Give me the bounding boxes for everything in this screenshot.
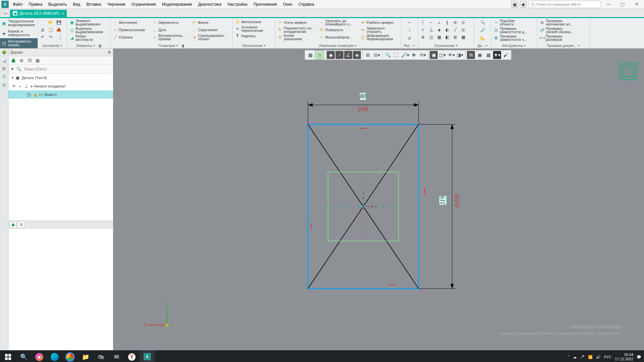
vb-snap1[interactable]: ◆ <box>327 51 335 59</box>
vb-normal-to[interactable]: ◳ <box>315 51 324 59</box>
c-fix-icon[interactable]: ⚓ <box>427 26 435 34</box>
fillet-button[interactable]: ◟Скругление <box>191 27 229 33</box>
doc-tab-close[interactable]: × <box>62 11 64 16</box>
autoaxis-button[interactable]: ⚡Автоосевая <box>234 19 274 25</box>
dim-horizontal[interactable]: 80 <box>360 93 366 100</box>
undo-icon[interactable]: ↶ <box>39 34 46 41</box>
mode-wireframe[interactable]: ◈Каркас и поверхности <box>0 28 38 38</box>
close-button[interactable]: ✕ <box>631 1 643 8</box>
menu-diagnostics[interactable]: Диагностика <box>196 1 224 8</box>
dim-vertical[interactable]: 119 <box>439 196 446 205</box>
vb-snap2[interactable]: ⟋ <box>335 51 343 59</box>
lb-tree-icon[interactable]: 🌳 <box>1 49 7 56</box>
mirror-button[interactable]: ⇋Зеркально отразить <box>359 26 400 34</box>
cut-extrude-button[interactable]: ◫Вырезать выдавливанием <box>68 26 109 34</box>
tree-grid-icon[interactable]: ▦ <box>35 57 41 63</box>
vb-show[interactable]: 👁▾ <box>447 51 455 59</box>
export-icon[interactable]: 📤 <box>55 26 62 34</box>
task-store[interactable]: 🛍 <box>93 350 109 362</box>
vb-part[interactable]: ▣ <box>476 51 484 59</box>
tree-expand-icon[interactable]: ⊞ <box>18 57 24 63</box>
extend-button[interactable]: ↔Удлинить до ближайшего о... <box>318 19 358 26</box>
start-button[interactable] <box>0 350 16 362</box>
menu-window[interactable]: Окно <box>280 1 295 8</box>
chamfer-button[interactable]: ◸Фаска <box>191 19 229 25</box>
copy-pick-button[interactable]: ⎘Копия указанием <box>276 34 317 41</box>
closed-check-d-button[interactable]: ⊡Проверка замкнутости д... <box>492 26 536 34</box>
deform-button[interactable]: ◫Деформация перемещением <box>359 34 400 41</box>
c-r4-icon[interactable]: ◧ <box>443 34 451 41</box>
redo-icon[interactable]: ↷ <box>47 34 54 41</box>
open-doc-icon[interactable]: 📂 <box>47 19 54 26</box>
split-tree-icon[interactable]: 🌲 <box>10 221 16 228</box>
c-r2-icon[interactable]: ◫ <box>427 34 435 41</box>
menu-help[interactable]: Справка <box>296 1 317 8</box>
tree-mode-icon[interactable]: 🌲 <box>10 57 16 63</box>
new-doc-icon[interactable]: 📄 <box>39 19 46 26</box>
task-browser-yandex[interactable]: ● <box>32 350 47 362</box>
camera-icon[interactable]: ◉ <box>520 1 527 8</box>
menu-edit[interactable]: Правка <box>26 1 45 8</box>
c-midp-icon[interactable]: ◐ <box>443 26 451 34</box>
vb-snap4[interactable]: ◈ <box>353 51 361 59</box>
rectangle-button[interactable]: ▭Прямоугольник <box>111 27 150 33</box>
minimize-button[interactable]: — <box>602 1 614 8</box>
c-sym-icon[interactable]: ◈ <box>435 26 443 34</box>
mode-solid[interactable]: ▣Твердотельное моделирование <box>0 18 38 28</box>
task-chrome[interactable] <box>62 350 78 362</box>
c-vert-icon[interactable]: │ <box>419 19 427 26</box>
autoline-button[interactable]: ⟋Автолиния <box>111 19 150 25</box>
overlap-check-button[interactable]: ⧉Проверка наложения эл... <box>538 19 589 26</box>
c-r6-icon[interactable]: ▩ <box>460 34 467 41</box>
arc-button[interactable]: ◡Дуга <box>151 27 190 33</box>
menu-select[interactable]: Выделить <box>46 1 69 8</box>
virtual-intersect-button[interactable]: ✕Условное пересечение <box>234 25 274 33</box>
vb-grid-dd[interactable]: ⊟▾ <box>373 51 381 59</box>
lb-layers-icon[interactable]: ▤ <box>1 81 7 88</box>
vb-var[interactable]: % <box>467 51 475 59</box>
split-button[interactable]: ⇹Разбить кривую <box>359 19 400 25</box>
c-coinc-icon[interactable]: ⊙ <box>460 19 467 26</box>
dim-icon-3[interactable]: ∠ <box>406 34 413 42</box>
split-list-icon[interactable]: ☰ <box>18 221 24 228</box>
c-equal-icon[interactable]: = <box>419 26 427 34</box>
circle-button[interactable]: ○Окружность <box>151 19 190 25</box>
canvas[interactable]: ▦ ◳ ◆ ⟋ ∠ ◈ ⊞ ⊟▾ 🔍 ⛶ 🔎▾ ✥ ⟲▾ ▣ ◫▾ 👁▾ ◨▾ … <box>113 49 644 350</box>
c-tangent-icon[interactable]: ⊖ <box>451 19 459 26</box>
similarity-button[interactable]: ≈Подобие объекта <box>492 19 536 26</box>
trim-button[interactable]: ✂Усечь кривую <box>276 19 317 25</box>
rib-button[interactable]: ◢Ребро жесткости <box>68 34 109 42</box>
c-parallel-icon[interactable]: ∥ <box>443 19 451 26</box>
tray-chevron-icon[interactable]: ˄ <box>568 355 570 359</box>
vb-zoom-dd[interactable]: 🔎▾ <box>401 51 409 59</box>
vb-section[interactable]: ◨▾ <box>456 51 464 59</box>
vb-pan[interactable]: ✥ <box>410 51 418 59</box>
tree-root[interactable]: ▼▣ Деталь (Тел-0) <box>8 74 113 82</box>
rotate-button[interactable]: ⟳Повернуть <box>318 27 358 33</box>
di-icon-1[interactable]: 🔍 <box>479 19 486 26</box>
eye-icon[interactable]: 👁 <box>12 84 16 88</box>
menu-settings[interactable]: Настройка <box>225 1 250 8</box>
menu-modeling[interactable]: Моделирование <box>159 1 195 8</box>
task-edge[interactable] <box>47 350 62 362</box>
vb-snap3[interactable]: ∠ <box>344 51 352 59</box>
command-search[interactable]: Поиск по командам (Alt+/) <box>529 1 600 8</box>
tray-notifications-icon[interactable]: 💬 <box>637 355 641 359</box>
tray-clock[interactable]: 20:34 17.12.2022 <box>615 353 633 361</box>
menu-drafting[interactable]: Черчение <box>105 1 128 8</box>
home-tab[interactable]: ⌂ ▾ <box>1 9 9 17</box>
task-ybrowser[interactable]: Y <box>124 350 140 362</box>
closed-check-o-button[interactable]: ⊞Проверка замкнутости о... <box>492 34 536 42</box>
print-icon[interactable]: 🖨 <box>39 26 46 34</box>
tree-sketch[interactable]: ◳ 🔒 (-) Эскиз:1 <box>8 90 113 99</box>
text-button[interactable]: TНадпись <box>234 33 274 39</box>
tree-origin[interactable]: 👁 ▸⊥ ● Начало координат <box>8 82 113 90</box>
c-horiz-icon[interactable]: ─ <box>427 19 435 26</box>
vb-assm[interactable]: ▦ <box>484 51 492 59</box>
menu-view[interactable]: Вид <box>70 1 83 8</box>
vb-display[interactable]: ▣ <box>430 51 438 59</box>
c-perp-icon[interactable]: ⊥ <box>435 19 443 26</box>
c-r5-icon[interactable]: ⊞ <box>451 34 459 41</box>
menu-constraints[interactable]: Ограничения <box>129 1 159 8</box>
panel-gear-icon[interactable]: ⚙ <box>108 50 111 55</box>
